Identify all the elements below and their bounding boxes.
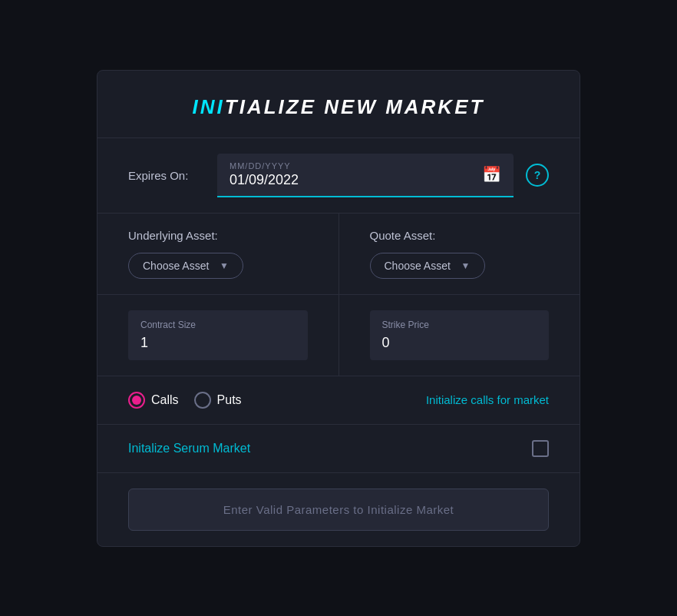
strike-price-label: Strike Price <box>382 320 537 330</box>
calls-puts-row: Calls Puts Initialize calls for market <box>97 376 580 425</box>
chevron-down-icon: ▼ <box>220 260 229 271</box>
quote-asset-col: Quote Asset: Choose Asset ▼ <box>339 214 580 295</box>
calls-radio-item[interactable]: Calls <box>128 392 179 409</box>
puts-radio-item[interactable]: Puts <box>194 392 242 409</box>
contract-size-col: Contract Size 1 <box>97 295 339 376</box>
contract-size-label: Contract Size <box>140 320 296 330</box>
date-input-wrapper[interactable]: MM/DD/YYYY 01/09/2022 📅 <box>217 154 514 197</box>
contract-size-value: 1 <box>140 335 296 351</box>
choose-quote-asset-button[interactable]: Choose Asset ▼ <box>370 253 485 279</box>
puts-radio-outer[interactable] <box>194 392 211 409</box>
contract-size-input-box[interactable]: Contract Size 1 <box>128 310 308 360</box>
options-description: Initialize calls for market <box>426 393 549 406</box>
choose-underlying-asset-button[interactable]: Choose Asset ▼ <box>128 253 243 279</box>
choose-quote-asset-label: Choose Asset <box>385 260 451 272</box>
quote-asset-label: Quote Asset: <box>370 229 550 242</box>
radio-group: Calls Puts <box>128 392 242 409</box>
chevron-down-icon-2: ▼ <box>461 260 471 271</box>
initialize-market-modal: INITIALIZE NEW MARKET Expires On: MM/DD/… <box>97 70 580 547</box>
underlying-asset-col: Underlying Asset: Choose Asset ▼ <box>97 214 339 295</box>
strike-price-value: 0 <box>382 335 537 351</box>
submit-button[interactable]: Enter Valid Parameters to Initialize Mar… <box>128 488 549 531</box>
puts-radio-label: Puts <box>217 393 242 407</box>
submit-section: Enter Valid Parameters to Initialize Mar… <box>97 473 580 546</box>
help-icon[interactable]: ? <box>526 164 549 187</box>
serum-checkbox[interactable] <box>532 440 549 457</box>
modal-title: INITIALIZE NEW MARKET <box>128 95 549 119</box>
numeric-input-row: Contract Size 1 Strike Price 0 <box>97 295 580 376</box>
date-placeholder: MM/DD/YYYY <box>230 161 299 171</box>
calendar-icon[interactable]: 📅 <box>482 165 501 184</box>
asset-row: Underlying Asset: Choose Asset ▼ Quote A… <box>97 214 580 295</box>
calls-radio-label: Calls <box>151 393 179 407</box>
expires-label: Expires On: <box>128 169 205 182</box>
modal-header: INITIALIZE NEW MARKET <box>97 71 580 137</box>
expires-section: Expires On: MM/DD/YYYY 01/09/2022 📅 ? <box>97 138 580 214</box>
choose-underlying-asset-label: Choose Asset <box>143 260 209 272</box>
serum-label: Initalize Serum Market <box>128 442 250 455</box>
strike-price-input-box[interactable]: Strike Price 0 <box>370 310 550 360</box>
serum-checkbox-wrapper <box>532 440 549 457</box>
date-value: 01/09/2022 <box>230 172 299 188</box>
calls-radio-inner <box>132 396 141 405</box>
date-input-content: MM/DD/YYYY 01/09/2022 <box>230 161 299 188</box>
underlying-asset-label: Underlying Asset: <box>128 229 308 242</box>
serum-row: Initalize Serum Market <box>97 425 580 473</box>
strike-price-col: Strike Price 0 <box>339 295 580 376</box>
calls-radio-outer[interactable] <box>128 392 145 409</box>
